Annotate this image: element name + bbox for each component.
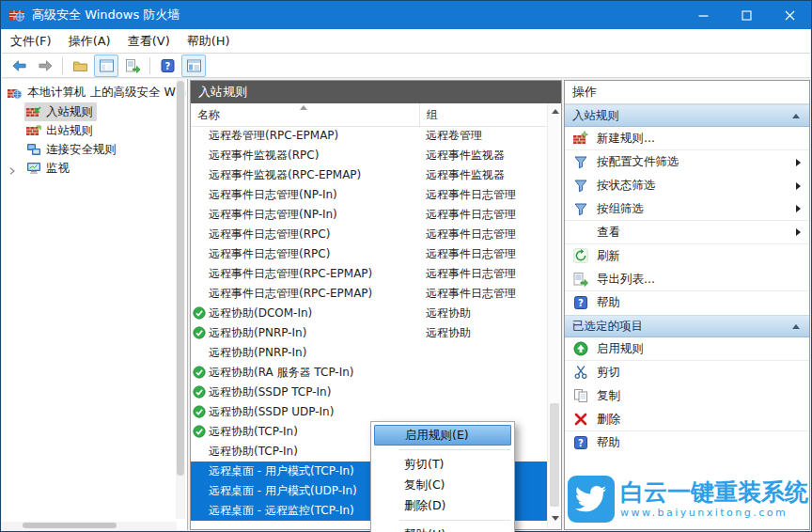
- scrollbar-thumb[interactable]: [177, 81, 184, 476]
- toolbar-button[interactable]: [181, 55, 206, 77]
- rule-row[interactable]: 远程事件监视器(RPC) 远程事件监视器: [191, 146, 547, 165]
- rule-name: 远程协助(PNRP-In): [209, 325, 420, 341]
- rule-name: 远程事件监视器(RPC-EPMAP): [209, 167, 420, 183]
- context-menu-item[interactable]: 剪切(T): [374, 454, 511, 475]
- rule-row[interactable]: 远程事件日志管理(RPC) 远程事件日志管理: [191, 244, 547, 264]
- section-header-selected-items[interactable]: 已选定的项目: [565, 315, 809, 337]
- tree-items: 入站规则 出站规则 连接安全规则 监视: [2, 102, 187, 178]
- action-label: 启用规则: [597, 341, 644, 357]
- submenu-arrow-icon: [796, 159, 801, 166]
- collapse-arrow-icon[interactable]: [792, 114, 800, 118]
- cut-icon: [573, 365, 588, 380]
- action-label: 刷新: [597, 248, 620, 264]
- action-item[interactable]: ? 帮助: [565, 431, 809, 455]
- section-header-inbound-rules[interactable]: 入站规则: [565, 104, 809, 127]
- scrollbar-thumb[interactable]: [550, 403, 559, 507]
- rule-name: 远程事件日志管理(NP-In): [209, 207, 420, 223]
- close-icon[interactable]: [768, 1, 811, 29]
- tree-vertical-scrollbar[interactable]: [176, 79, 185, 519]
- separator: [399, 520, 510, 521]
- rule-group: 远程事件日志管理: [426, 286, 545, 302]
- enabled-check-icon: [193, 366, 206, 379]
- rule-row[interactable]: 远程协助(SSDP UDP-In): [191, 402, 547, 422]
- action-item[interactable]: ? 帮助: [565, 291, 809, 315]
- tree-item[interactable]: 出站规则: [2, 121, 187, 140]
- scrollbar-thumb[interactable]: [23, 523, 117, 528]
- bird-icon: [568, 476, 615, 523]
- rule-row[interactable]: 远程协助(SSDP TCP-In): [191, 383, 547, 402]
- tree-item[interactable]: 连接安全规则: [2, 140, 187, 159]
- section-header-label: 已选定的项目: [572, 319, 643, 335]
- context-menu-item[interactable]: 删除(D): [374, 495, 511, 516]
- action-label: 帮助: [597, 435, 620, 451]
- action-item[interactable]: 按状态筛选: [565, 174, 809, 197]
- scroll-down-icon[interactable]: [548, 510, 562, 525]
- rule-row[interactable]: 远程卷管理(RPC-EPMAP) 远程卷管理: [191, 126, 547, 146]
- rules-vertical-scrollbar[interactable]: [547, 103, 561, 529]
- action-item[interactable]: 启用规则: [565, 337, 809, 361]
- toolbar-button[interactable]: [68, 55, 92, 77]
- toolbar-button[interactable]: [33, 55, 57, 77]
- action-item[interactable]: 复制: [565, 384, 809, 408]
- rule-row[interactable]: 远程协助(DCOM-In) 远程协助: [191, 304, 547, 323]
- rule-name: 远程事件日志管理(RPC): [209, 246, 420, 262]
- menu-item[interactable]: 文件(F): [2, 29, 60, 53]
- minimize-icon[interactable]: [681, 1, 725, 29]
- menu-item[interactable]: 查看(V): [119, 29, 179, 53]
- rule-row[interactable]: 远程事件日志管理(RPC) 远程事件日志管理: [191, 225, 547, 244]
- rule-group: 远程事件日志管理: [426, 266, 545, 282]
- watermark: 白云一键重装系统 www.baiyunxitong.com: [568, 474, 801, 524]
- rule-row[interactable]: 远程协助(RA 服务器 TCP-In): [191, 363, 547, 383]
- rule-row[interactable]: 远程协助(PNRP-In) 远程协助: [191, 323, 547, 343]
- toolbar-button[interactable]: [120, 55, 145, 77]
- context-menu-item-label: 删除(D): [404, 498, 445, 514]
- column-header-group[interactable]: 组: [420, 103, 561, 126]
- enable-rule-icon: [573, 341, 588, 356]
- new-rule-icon: [573, 131, 588, 146]
- context-menu-item[interactable]: 帮助(H): [374, 524, 511, 532]
- toolbar-button[interactable]: [7, 55, 31, 77]
- rule-row[interactable]: 远程事件日志管理(RPC-EPMAP) 远程事件日志管理: [191, 264, 547, 284]
- tree-item[interactable]: 监视: [2, 159, 187, 178]
- rule-row[interactable]: 远程协助(PNRP-In): [191, 343, 547, 363]
- rules-panel-title: 入站规则: [191, 81, 561, 103]
- action-item[interactable]: 剪切: [565, 361, 809, 384]
- menu-item[interactable]: 操作(A): [60, 29, 119, 53]
- context-menu-item-label: 帮助(H): [404, 527, 445, 532]
- rule-row[interactable]: 远程事件日志管理(NP-In) 远程事件日志管理: [191, 185, 547, 205]
- action-item[interactable]: 刷新: [565, 244, 809, 268]
- action-item[interactable]: 导出列表...: [565, 268, 809, 291]
- context-menu-item-label: 启用规则(E): [405, 428, 469, 444]
- menu-item[interactable]: 帮助(H): [179, 29, 239, 53]
- action-item[interactable]: 新建规则...: [565, 127, 809, 150]
- content-area: 本地计算机 上的高级安全 Win 入站规则 出站规则: [2, 79, 810, 530]
- maximize-icon[interactable]: [725, 1, 768, 29]
- svg-text:?: ?: [578, 438, 584, 448]
- tree-item-label: 入站规则: [46, 104, 93, 120]
- context-menu-item[interactable]: 启用规则(E): [374, 425, 511, 446]
- tree-item[interactable]: 入站规则: [2, 102, 187, 121]
- tree-root-local-computer[interactable]: 本地计算机 上的高级安全 Win: [2, 83, 187, 102]
- scroll-up-icon[interactable]: [548, 103, 562, 118]
- action-item[interactable]: 删除: [565, 408, 809, 431]
- collapse-arrow-icon[interactable]: [792, 324, 800, 329]
- rule-row[interactable]: 远程事件日志管理(RPC-EPMAP) 远程事件日志管理: [191, 284, 547, 304]
- expand-chevron-icon[interactable]: [8, 164, 16, 172]
- tree-item-label: 连接安全规则: [46, 142, 117, 158]
- menu-item-label: 帮助(H): [187, 33, 230, 50]
- rule-name: 远程事件日志管理(RPC): [209, 227, 420, 243]
- help-icon: ?: [160, 58, 176, 73]
- action-item[interactable]: 按组筛选: [565, 197, 809, 221]
- action-item[interactable]: 按配置文件筛选: [565, 150, 809, 174]
- toolbar-button[interactable]: [94, 55, 118, 77]
- column-header-name[interactable]: 名称: [191, 103, 420, 126]
- rule-row[interactable]: 远程事件日志管理(NP-In) 远程事件日志管理: [191, 205, 547, 225]
- column-headers: 名称 组: [191, 103, 561, 127]
- action-item[interactable]: 查看: [565, 221, 809, 244]
- menu-item-label: 操作(A): [69, 33, 111, 50]
- rule-name: 远程卷管理(RPC-EPMAP): [209, 128, 420, 144]
- rule-row[interactable]: 远程事件监视器(RPC-EPMAP) 远程事件监视器: [191, 165, 547, 185]
- toolbar-button[interactable]: ?: [155, 55, 180, 77]
- tree-horizontal-scrollbar[interactable]: [2, 522, 177, 530]
- context-menu-item[interactable]: 复制(C): [374, 475, 511, 495]
